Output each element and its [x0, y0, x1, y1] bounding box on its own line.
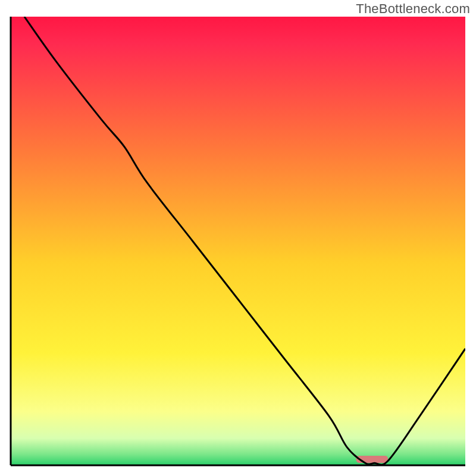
chart-svg: [0, 0, 476, 476]
chart-frame: { "watermark": "TheBottleneck.com", "cha…: [0, 0, 476, 476]
watermark-text: TheBottleneck.com: [356, 1, 470, 17]
plot-background: [11, 17, 465, 465]
